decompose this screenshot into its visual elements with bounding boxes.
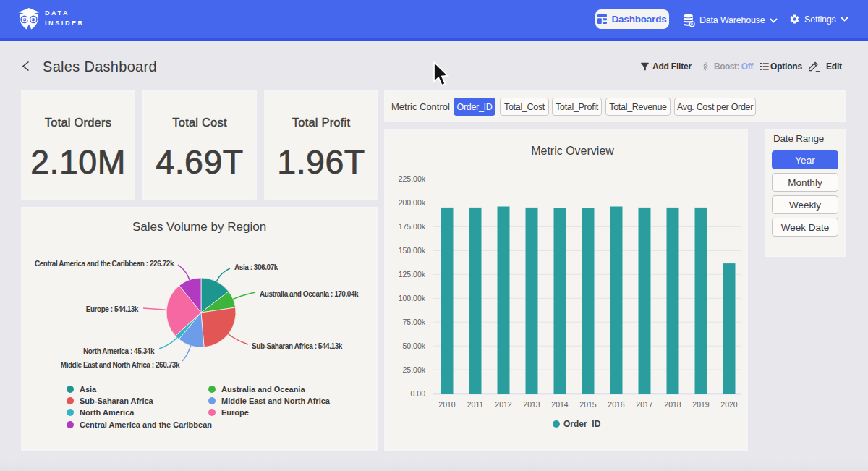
svg-text:2015: 2015 — [579, 400, 597, 409]
svg-text:2017: 2017 — [636, 400, 653, 409]
svg-text:150.00k: 150.00k — [399, 246, 426, 255]
svg-text:200.00k: 200.00k — [399, 198, 426, 207]
svg-text:Australia and Oceania : 170.04: Australia and Oceania : 170.04k — [260, 290, 359, 298]
svg-text:2018: 2018 — [664, 400, 681, 409]
svg-text:2013: 2013 — [523, 400, 540, 409]
svg-text:175.00k: 175.00k — [399, 222, 426, 231]
svg-text:Middle East and North Africa: Middle East and North Africa — [221, 396, 331, 405]
svg-text:Central America and the Caribb: Central America and the Caribbean : 226.… — [35, 260, 174, 268]
svg-text:Asia: Asia — [80, 385, 97, 394]
svg-text:Central America and the Caribb: Central America and the Caribbean — [80, 420, 212, 429]
svg-text:100.00k: 100.00k — [399, 294, 426, 302]
svg-text:North America : 45.34k: North America : 45.34k — [83, 347, 155, 355]
svg-text:2010: 2010 — [438, 400, 456, 409]
svg-text:Asia : 306.07k: Asia : 306.07k — [234, 263, 278, 271]
svg-text:Australia and Oceania: Australia and Oceania — [221, 385, 305, 394]
svg-text:2019: 2019 — [692, 400, 710, 409]
svg-text:2020: 2020 — [720, 400, 738, 409]
svg-text:125.00k: 125.00k — [399, 270, 426, 279]
svg-text:2012: 2012 — [495, 400, 512, 409]
svg-text:75.00k: 75.00k — [402, 318, 425, 326]
svg-text:50.00k: 50.00k — [402, 341, 425, 350]
svg-text:225.00k: 225.00k — [399, 174, 426, 183]
svg-text:2016: 2016 — [608, 400, 625, 409]
svg-text:Order_ID: Order_ID — [563, 419, 601, 429]
svg-text:Europe : 544.13k: Europe : 544.13k — [86, 305, 139, 313]
svg-text:Sub-Saharan Africa: Sub-Saharan Africa — [80, 396, 154, 405]
svg-text:North America: North America — [80, 408, 135, 417]
svg-text:2011: 2011 — [467, 400, 484, 409]
svg-text:2014: 2014 — [551, 400, 569, 409]
svg-text:Europe: Europe — [221, 408, 249, 417]
svg-text:Sub-Saharan Africa : 544.13k: Sub-Saharan Africa : 544.13k — [252, 342, 343, 350]
svg-text:0.00: 0.00 — [411, 389, 426, 398]
svg-text:25.00k: 25.00k — [402, 365, 425, 374]
svg-text:Middle East and North Africa :: Middle East and North Africa : 260.73k — [61, 361, 180, 369]
